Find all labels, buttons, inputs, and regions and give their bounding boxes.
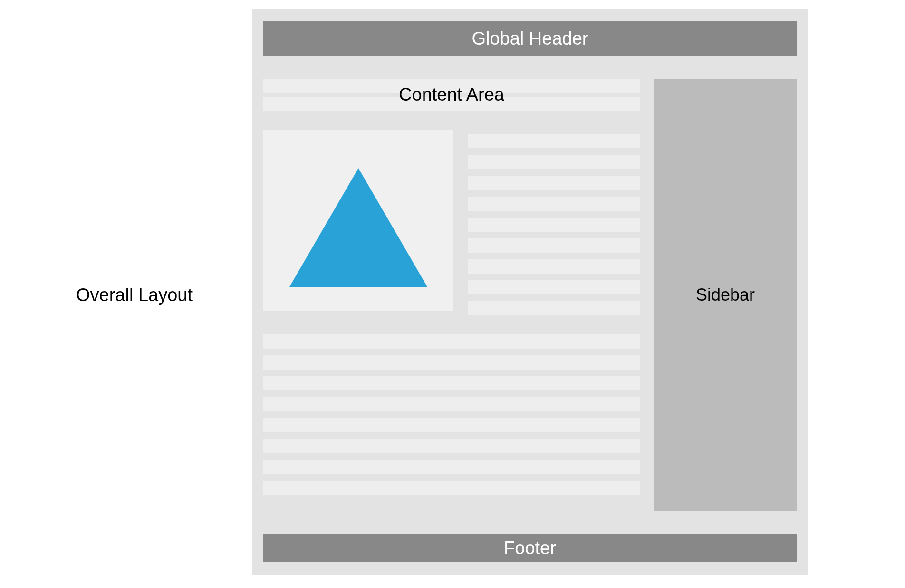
global-header-region: Global Header xyxy=(263,21,797,56)
wireframe-container: Global Header Content Area xyxy=(252,9,808,575)
global-header-label: Global Header xyxy=(472,28,588,49)
placeholder-line xyxy=(468,301,640,315)
placeholder-line xyxy=(468,238,640,253)
placeholder-line xyxy=(263,376,640,390)
side-text-lines xyxy=(468,130,640,315)
placeholder-line xyxy=(468,218,640,232)
placeholder-line xyxy=(263,334,640,349)
image-placeholder xyxy=(263,130,453,311)
footer-region: Footer xyxy=(263,534,797,562)
placeholder-line xyxy=(263,397,640,411)
content-title-block: Content Area xyxy=(263,79,640,111)
placeholder-line xyxy=(468,155,640,169)
middle-row: Content Area xyxy=(263,79,797,511)
content-media-row xyxy=(263,130,640,315)
sidebar-region: Sidebar xyxy=(654,79,797,511)
content-area-region: Content Area xyxy=(263,79,640,511)
triangle-icon xyxy=(289,168,427,287)
placeholder-line xyxy=(263,418,640,432)
placeholder-line xyxy=(263,481,640,495)
placeholder-line xyxy=(263,460,640,474)
placeholder-line xyxy=(263,355,640,370)
placeholder-line xyxy=(468,176,640,190)
overall-layout-label: Overall Layout xyxy=(76,285,193,305)
placeholder-line xyxy=(468,280,640,294)
bottom-text-lines xyxy=(263,334,640,495)
content-area-label: Content Area xyxy=(263,85,640,105)
placeholder-line xyxy=(468,134,640,148)
placeholder-line xyxy=(263,439,640,453)
sidebar-label: Sidebar xyxy=(696,285,755,305)
placeholder-line xyxy=(468,259,640,274)
footer-label: Footer xyxy=(504,538,556,559)
placeholder-line xyxy=(468,197,640,211)
